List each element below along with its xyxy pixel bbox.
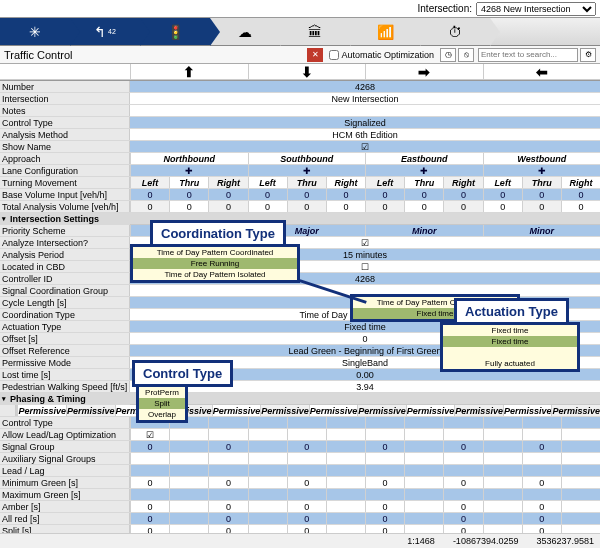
cell[interactable]: Thru [287,177,326,188]
cell[interactable] [248,453,287,464]
cell[interactable] [404,417,443,428]
dropdown-option[interactable]: ProtPerm [139,387,185,398]
cell[interactable] [130,489,169,500]
cell[interactable] [326,417,365,428]
cell[interactable]: 0 [326,189,365,200]
cell[interactable] [483,477,522,488]
cell[interactable]: 0 [130,513,169,524]
cell[interactable] [169,429,208,440]
row-value[interactable]: Signalized [130,117,600,128]
cell[interactable] [561,477,600,488]
cell[interactable] [404,429,443,440]
cell[interactable]: Permissive [357,405,406,416]
dropdown-option[interactable]: Split [139,398,185,409]
dropdown-option[interactable]: Time of Day Pattern Isolated [133,269,297,280]
cell[interactable] [130,465,169,476]
cell[interactable]: Permissive [309,405,358,416]
dropdown-option[interactable]: Fixed time [443,336,577,347]
dropdown-option[interactable]: Fixed time [443,325,577,336]
dropdown-option[interactable]: Fully actuated [443,358,577,369]
cell[interactable] [443,453,482,464]
cell[interactable]: ✚ [483,165,601,176]
cell[interactable] [169,453,208,464]
cell[interactable] [404,513,443,524]
cell[interactable]: 0 [169,201,208,212]
cell[interactable] [404,465,443,476]
cell[interactable] [483,489,522,500]
cell[interactable] [326,513,365,524]
dropdown-actuation-type[interactable]: Fixed timeFixed timeFully actuated [440,322,580,372]
cell[interactable]: 0 [522,513,561,524]
cell[interactable] [443,465,482,476]
cell[interactable] [208,465,247,476]
cell[interactable] [443,429,482,440]
cell[interactable]: 0 [404,201,443,212]
cell[interactable]: Minor [483,225,601,236]
cell[interactable] [326,441,365,452]
cell[interactable]: Eastbound [365,153,483,164]
cell[interactable] [208,429,247,440]
cell[interactable] [365,453,404,464]
cell[interactable]: ✚ [365,165,483,176]
cell[interactable]: 0 [443,513,482,524]
cell[interactable] [248,417,287,428]
cell[interactable]: 0 [365,189,404,200]
dropdown-option[interactable]: Overlap [139,409,185,420]
tab-weather[interactable]: ☁ [210,18,280,45]
cell[interactable] [522,489,561,500]
cell[interactable]: 0 [248,189,287,200]
cell[interactable]: 0 [208,201,247,212]
stop-icon[interactable]: ⦸ [458,48,474,62]
cell[interactable] [443,489,482,500]
row-value[interactable]: 4268 [130,81,600,92]
cell[interactable] [326,429,365,440]
cell[interactable]: 0 [130,477,169,488]
cell[interactable]: 0 [522,441,561,452]
cell[interactable] [561,429,600,440]
cell[interactable]: Westbound [483,153,601,164]
cell[interactable]: 0 [443,501,482,512]
cell[interactable]: 0 [522,189,561,200]
auto-opt-checkbox[interactable] [329,50,339,60]
cell[interactable] [326,465,365,476]
cell[interactable]: Thru [404,177,443,188]
cell[interactable] [404,489,443,500]
cell[interactable]: Permissive [260,405,309,416]
cell[interactable]: 0 [443,201,482,212]
cell[interactable] [326,489,365,500]
cell[interactable]: Permissive [454,405,503,416]
cell[interactable]: Left [248,177,287,188]
cell[interactable]: 0 [130,501,169,512]
cell[interactable]: Thru [169,177,208,188]
dropdown-control-type[interactable]: ProtPermSplitOverlap [136,384,188,423]
cell[interactable] [483,513,522,524]
row-value[interactable] [130,105,600,116]
cell[interactable] [248,465,287,476]
cell[interactable]: Left [365,177,404,188]
cell[interactable]: 0 [561,189,600,200]
cell[interactable] [248,477,287,488]
cell[interactable] [483,417,522,428]
cell[interactable]: Permissive [17,405,66,416]
cell[interactable]: 0 [130,441,169,452]
cell[interactable]: 0 [208,513,247,524]
cell[interactable]: 0 [287,201,326,212]
cell[interactable] [248,489,287,500]
cell[interactable] [248,429,287,440]
cell[interactable] [561,513,600,524]
dropdown-coordination-type[interactable]: Time of Day Pattern CoordinatedFree Runn… [130,244,300,283]
cell[interactable] [404,501,443,512]
cell[interactable] [287,453,326,464]
tab-chart[interactable]: 📶 [350,18,420,45]
cell[interactable] [561,501,600,512]
cell[interactable]: Thru [522,177,561,188]
cell[interactable] [561,453,600,464]
cell[interactable] [169,489,208,500]
cell[interactable]: 0 [248,201,287,212]
cell[interactable]: Right [208,177,247,188]
cell[interactable]: 0 [443,441,482,452]
cell[interactable] [326,501,365,512]
cell[interactable] [483,465,522,476]
cell[interactable]: 0 [130,201,169,212]
cell[interactable]: Right [443,177,482,188]
